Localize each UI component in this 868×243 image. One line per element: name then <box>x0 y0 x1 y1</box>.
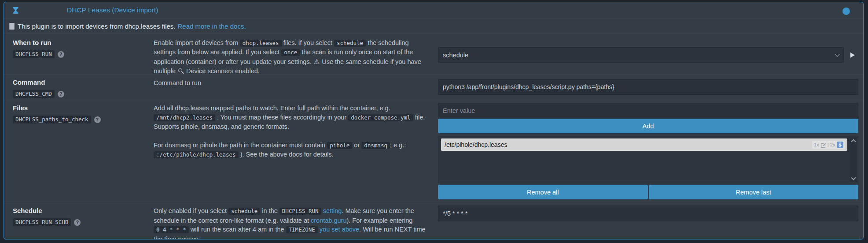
setting-description: Add all dhcp.leases mapped paths to watc… <box>154 99 434 203</box>
setting-name: When to run <box>13 39 149 46</box>
inline-code-chip: once <box>281 49 300 56</box>
inline-code-chip: schedule <box>228 208 260 215</box>
card-header: DHCP Leases (Device import) <box>4 2 863 18</box>
schedule-label-cell: Schedule DHCPLSS_RUN_SCHD ? <box>4 202 154 239</box>
description-text: Add all dhcp.leases mapped paths to watc… <box>154 105 390 112</box>
setting-row-when-to-run: When to run DHCPLSS_RUN ? Enable import … <box>4 34 863 74</box>
description-text: in the <box>260 207 280 214</box>
help-icon[interactable]: ? <box>58 91 64 97</box>
setting-description: Command to run <box>154 75 434 99</box>
help-icon[interactable]: ? <box>94 116 101 123</box>
chevron-down-icon <box>835 52 839 56</box>
inline-code-chip: DHCPLSS_RUN <box>280 208 321 215</box>
schedule-input[interactable] <box>438 206 858 221</box>
inline-code-chip: pihole <box>327 142 352 149</box>
inline-code-chip: :/etc/pihole/dhcp.leases <box>154 151 239 158</box>
description-text: will run the scan after 4 am in the <box>189 226 286 233</box>
file-list-items: /etc/pihole/dhcp.leases 1x | 2x <box>438 136 850 183</box>
plugin-title: DHCP Leases (Device import) <box>67 6 158 14</box>
inline-code-chip: TIMEZONE <box>286 226 318 233</box>
list-scrollbar[interactable] <box>850 137 857 182</box>
setting-code-chip: DHCPLSS_paths_to_check <box>13 116 91 123</box>
inline-code-chip: 0 4 * * * <box>154 226 189 233</box>
plugin-settings-card: DHCP Leases (Device import) This plugin … <box>4 2 864 239</box>
zoom-icon <box>178 68 184 74</box>
remove-last-button[interactable]: Remove last <box>649 185 859 199</box>
files-control-cell: Add /etc/pihole/dhcp.leases 1x | 2x R <box>434 99 863 203</box>
description-text: Command to run <box>154 79 201 86</box>
setting-description: Only enabled if you select schedule in t… <box>154 202 434 239</box>
setting-description: Enable import of devices from dhcp.lease… <box>154 34 434 76</box>
description-text: ; e.g.: <box>390 142 406 149</box>
docs-link[interactable]: Read more in the docs. <box>177 22 246 30</box>
edit-icon[interactable] <box>820 142 826 148</box>
inline-code-chip: /mnt/dhcp2.leases <box>154 114 215 121</box>
setting-row-files: Files DHCPLSS_paths_to_check ? Add all d… <box>4 99 863 202</box>
description-text: ). For example entering <box>346 217 412 224</box>
scroll-up-icon[interactable] <box>850 138 857 144</box>
setting-name: Schedule <box>13 207 149 214</box>
when-to-run-control-cell: schedule <box>434 34 863 76</box>
inline-link[interactable]: you set above <box>320 226 359 233</box>
run-now-button[interactable] <box>847 47 858 63</box>
plugin-note: This plugin is to import devices from dh… <box>4 18 863 34</box>
scroll-down-icon[interactable] <box>850 175 857 182</box>
description-text: files. If you select <box>282 39 334 46</box>
inline-link[interactable]: crontab.guru <box>311 217 346 224</box>
status-dot[interactable] <box>842 7 850 15</box>
help-icon[interactable]: ? <box>58 51 64 58</box>
inline-code-chip: dnsmasq <box>361 142 390 149</box>
inline-code-chip: docker-compose.yml <box>348 114 413 121</box>
item-actions: 1x | 2x <box>812 141 845 149</box>
play-icon <box>850 52 855 58</box>
command-input[interactable] <box>438 79 858 95</box>
run-item-icon[interactable] <box>837 142 843 148</box>
add-button[interactable]: Add <box>438 119 858 133</box>
description-text: Enable import of devices from <box>154 39 240 46</box>
setting-name: Files <box>13 104 149 112</box>
when-to-run-label-cell: When to run DHCPLSS_RUN ? <box>4 34 154 76</box>
setting-code-chip: DHCPLSS_CMD <box>13 90 55 98</box>
selected-option: schedule <box>443 52 468 59</box>
docs-icon <box>9 23 15 30</box>
schedule-control-cell <box>434 202 863 239</box>
files-label-cell: Files DHCPLSS_paths_to_check ? <box>4 99 154 203</box>
setting-code-chip: DHCPLSS_RUN <box>13 50 55 58</box>
warning-icon: ⚠ <box>313 58 320 65</box>
description-text: Only enabled if you select <box>154 207 228 214</box>
help-icon[interactable]: ? <box>74 219 81 226</box>
inline-link[interactable]: setting <box>323 207 342 214</box>
setting-row-command: Command DHCPLSS_CMD ? Command to run <box>4 74 863 99</box>
hourglass-icon <box>13 7 18 14</box>
click-twice-hint: 2x <box>830 142 835 147</box>
file-path-value: /etc/pihole/dhcp.leases <box>445 141 507 148</box>
note-text: This plugin is to import devices from dh… <box>18 22 175 30</box>
command-label-cell: Command DHCPLSS_CMD ? <box>4 75 154 99</box>
remove-all-button[interactable]: Remove all <box>438 185 648 199</box>
click-once-hint: 1x <box>814 142 819 147</box>
command-control-cell <box>434 75 863 99</box>
run-schedule-select[interactable]: schedule <box>438 47 844 63</box>
setting-name: Command <box>13 79 149 86</box>
description-text: or <box>352 142 361 149</box>
description-text: . You must map these files accordingly i… <box>215 114 348 121</box>
description-text: ). See the above docs for details. <box>239 151 334 158</box>
inline-code-chip: schedule <box>334 40 366 47</box>
setting-code-chip: DHCPLSS_RUN_SCHD <box>13 218 71 226</box>
description-text: Device scanners enabled. <box>184 67 260 75</box>
hint-separator: | <box>828 142 829 147</box>
file-list-item[interactable]: /etc/pihole/dhcp.leases 1x | 2x <box>441 138 847 151</box>
file-list: /etc/pihole/dhcp.leases 1x | 2x <box>438 136 858 183</box>
file-path-input[interactable] <box>438 103 858 119</box>
setting-row-schedule: Schedule DHCPLSS_RUN_SCHD ? Only enabled… <box>4 202 863 239</box>
inline-code-chip: dhcp.leases <box>240 40 282 47</box>
description-text: For dnsmasq or pihole the path in the co… <box>154 142 327 149</box>
